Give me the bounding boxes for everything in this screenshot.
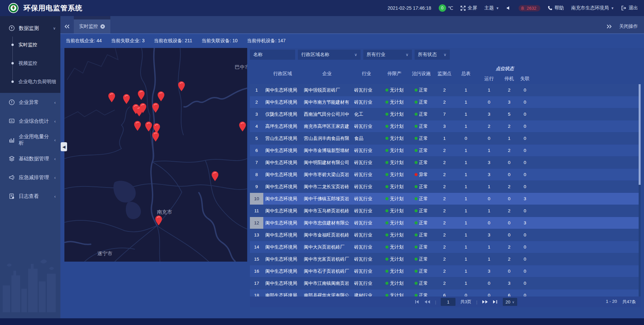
map-marker-pin[interactable] <box>158 92 164 102</box>
notification-badge[interactable]: 2632 <box>519 5 540 11</box>
map-marker-pin[interactable] <box>212 171 218 181</box>
close-operations-button[interactable]: 关闭操作 <box>619 23 638 30</box>
org-dropdown[interactable]: 南充市生态环境局▼ <box>571 5 614 11</box>
table-row[interactable]: 13阆中生态环境局阆中市金福旺页岩机砖砖瓦行业无计划正常21300 <box>250 229 641 241</box>
status-label: 正常 <box>419 256 428 262</box>
filter-row: 名称 行政区域名称∨ 所有行业∨ 所有状态∨ <box>250 50 450 60</box>
table-row[interactable]: 14阆中生态环境局阆中大兴页岩机砖厂砖瓦行业无计划正常21120 <box>250 241 641 253</box>
cell-stopped: 6 <box>501 289 518 296</box>
cell-run: 0 <box>477 217 501 229</box>
sidebar-item-应急减排管理[interactable]: 应急减排管理‹ <box>0 168 60 187</box>
status-dot <box>385 282 388 285</box>
status-label: 无计划 <box>390 232 404 238</box>
status-dot <box>385 270 388 273</box>
fullscreen-button[interactable]: 全屏 <box>461 5 477 11</box>
table-row[interactable]: 5营山生态环境局营山县润丰肉食品有限食品无计划正常10010 <box>250 132 641 144</box>
table-row[interactable]: 11阆中生态环境局阆中市五马桥页岩机砖砖瓦行业无计划正常21120 <box>250 205 641 217</box>
sidebar-item-日志查看[interactable]: 日志查看‹ <box>0 187 60 206</box>
cell-lost: 0 <box>518 253 532 265</box>
sidebar-item-基础数据管理[interactable]: 基础数据管理‹ <box>0 149 60 168</box>
sidebar-collapse-handle[interactable]: ◀ <box>61 142 67 151</box>
sidebar-subitem-实时监控[interactable]: 实时监控 <box>0 36 60 54</box>
table-row[interactable]: 15阆中生态环境局阆中市光富页岩机砖厂砖瓦行业无计划正常21120 <box>250 253 641 265</box>
map-marker-pin[interactable] <box>239 122 246 132</box>
map-lake <box>113 181 141 219</box>
map-marker-pin[interactable] <box>123 94 130 104</box>
help-button[interactable]: 帮助 <box>548 5 564 11</box>
tab-close-icon[interactable] <box>100 24 105 29</box>
table-row[interactable]: 2阆中生态环境局阆中市南方节能建材有砖瓦行业无计划正常21030 <box>250 96 641 108</box>
tab-scroll-left-button[interactable] <box>60 19 74 34</box>
map-marker-pin[interactable] <box>153 123 160 133</box>
status-dot <box>385 101 388 104</box>
menu-label: 应急减排管理 <box>19 174 49 181</box>
table-scrollbar[interactable] <box>639 84 641 296</box>
sidebar-item-企业异常[interactable]: 企业异常‹ <box>0 93 60 112</box>
menu-icon-基础数据管理 <box>9 156 15 162</box>
cell-filler <box>532 169 641 180</box>
map-marker-pin[interactable] <box>134 121 141 131</box>
sidebar-subitem-视频监控[interactable]: 视频监控 <box>0 54 60 72</box>
theme-dropdown[interactable]: 主题▼ <box>484 5 499 11</box>
table-row[interactable]: 10阆中生态环境局阆中千佛镇五郎垭页岩砖瓦行业无计划正常21003 <box>250 193 641 205</box>
status-label: 无计划 <box>390 160 404 166</box>
industry-filter-select[interactable]: 所有行业∨ <box>363 50 412 60</box>
map-marker-pin[interactable] <box>145 122 152 132</box>
table-row[interactable]: 12阆中生态环境局阆中市忠信建材有限公砖瓦行业无计划正常21003 <box>250 217 641 229</box>
sidebar-item-企业用电量分析[interactable]: 企业用电量分析‹ <box>0 130 60 149</box>
last-page-button[interactable] <box>493 300 498 304</box>
next-page-button[interactable] <box>482 300 488 304</box>
cell-lost: 0 <box>518 229 532 241</box>
page-number-input[interactable]: 1 <box>441 298 455 306</box>
sidebar-item-企业综合统计[interactable]: 企业综合统计‹ <box>0 112 60 130</box>
status-label: 正常 <box>419 148 428 154</box>
menu-icon-企业综合统计 <box>9 118 15 124</box>
cell-run: 3 <box>477 157 501 168</box>
status-dot <box>415 113 418 116</box>
sidebar-subitem-企业电力负荷明细[interactable]: 企业电力负荷明细 <box>0 72 60 91</box>
table-row[interactable]: 16阆中生态环境局阆中市石子页岩机砖厂砖瓦行业无计划正常21300 <box>250 265 641 277</box>
submenu-dot <box>11 44 14 46</box>
cell-filler <box>532 157 641 168</box>
cell-stop_plan-status: 无计划 <box>381 217 408 229</box>
cell-total: 1 <box>454 265 477 277</box>
table-row[interactable]: 1阆中生态环境局阆中强锐页岩砖厂砖瓦行业无计划正常21120 <box>250 84 641 96</box>
table-row[interactable]: 8阆中生态环境局阆中市枣碧大梁山页岩砖瓦行业无计划异常21300 <box>250 169 641 180</box>
scrollbar-thumb[interactable] <box>639 84 641 185</box>
cell-run: 0 <box>477 193 501 205</box>
page-size-select[interactable]: 20∨ <box>503 298 517 306</box>
prev-page-button[interactable] <box>424 300 430 304</box>
first-page-button[interactable] <box>414 300 420 304</box>
sidebar-item-data-monitoring[interactable]: 数据监测 ∨ <box>0 21 60 36</box>
status-dot <box>415 294 418 296</box>
table-row[interactable]: 7阆中生态环境局阆中明阳建材有限公司砖瓦行业无计划正常21300 <box>250 157 641 168</box>
tab-实时监控[interactable]: 实时监控 <box>74 19 110 34</box>
status-dot <box>385 258 388 261</box>
map-marker-pin[interactable] <box>152 132 159 142</box>
cell-company: 南部县砚华水泥有限公 <box>302 289 352 296</box>
region-filter-select[interactable]: 行政区域名称∨ <box>298 50 361 60</box>
name-filter-input[interactable]: 名称 <box>250 50 295 60</box>
datetime: 2021-02-25 17:46:18 <box>388 5 431 11</box>
map-panel[interactable]: 巴中市南充市遂宁市 <box>64 48 247 262</box>
cell-facility-status: 正常 <box>408 108 434 120</box>
table-row[interactable]: 6阆中生态环境局阆中市金博瑞新型墙材砖瓦行业无计划正常21120 <box>250 145 641 156</box>
sound-button[interactable] <box>506 6 511 10</box>
cell-industry: 砖瓦行业 <box>352 217 381 229</box>
table-row[interactable]: 9阆中生态环境局阆中市二龙长宝页岩砖砖瓦行业无计划正常21120 <box>250 181 641 193</box>
table-row[interactable]: 18南部生态环境局南部县砚华水泥有限公建材行业无计划正常60060 <box>250 289 641 296</box>
cell-total: 1 <box>454 229 477 241</box>
table-row[interactable]: 4高坪生态环境局南充市高坪区王家店建砖瓦行业无计划正常31220 <box>250 120 641 132</box>
table-row[interactable]: 3仪陇生态环境局西南油气田分公司川中化工无计划正常71350 <box>250 108 641 120</box>
menu-icon-企业异常 <box>9 99 15 105</box>
status-label: 无计划 <box>390 136 404 142</box>
table-row[interactable]: 17阆中生态环境局阆中市江南镇阆南页岩砖瓦行业无计划正常21030 <box>250 277 641 289</box>
status-dot <box>385 149 388 152</box>
status-label: 正常 <box>419 232 428 238</box>
map-marker-pin[interactable] <box>108 93 115 103</box>
logout-button[interactable]: 退出 <box>622 5 638 11</box>
status-filter-select[interactable]: 所有状态∨ <box>415 50 450 60</box>
submenu-label: 实时监控 <box>18 42 37 48</box>
map-marker-pin[interactable] <box>138 90 145 100</box>
double-chevron-right-icon[interactable] <box>606 24 612 29</box>
